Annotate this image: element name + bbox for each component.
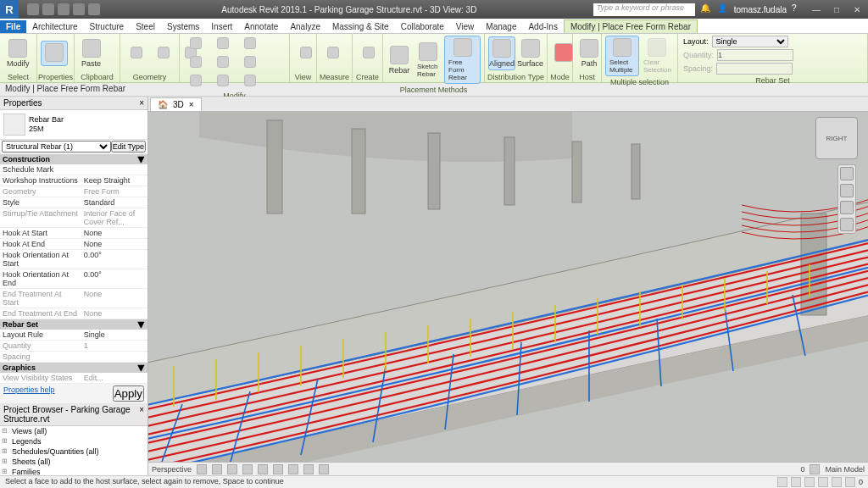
align-button[interactable]: [183, 36, 209, 53]
tab-annotate[interactable]: Annotate: [238, 20, 284, 33]
close-icon[interactable]: ×: [139, 405, 144, 424]
prop-row[interactable]: End Treatment At StartNone: [0, 289, 147, 308]
shadows-icon[interactable]: [242, 464, 253, 474]
prop-group[interactable]: Graphics⯆: [0, 363, 147, 373]
rotate-button[interactable]: [183, 54, 209, 71]
visual-style-icon[interactable]: [212, 464, 222, 474]
qat-save-icon[interactable]: [42, 3, 54, 15]
qat-undo-icon[interactable]: [58, 3, 70, 15]
clear-selection-button[interactable]: Clear Selection: [641, 36, 674, 75]
crop-icon[interactable]: [258, 464, 268, 474]
tab-insert[interactable]: Insert: [205, 20, 238, 33]
worksets-icon[interactable]: [810, 464, 820, 474]
prop-row[interactable]: View Visibility StatesEdit...: [0, 373, 147, 384]
create-button[interactable]: [356, 45, 381, 62]
crop-region-icon[interactable]: [273, 464, 283, 474]
prop-row[interactable]: Layout RuleSingle: [0, 330, 147, 341]
instance-filter-select[interactable]: Structural Rebar (1): [2, 141, 111, 152]
browser-node[interactable]: Views (all): [0, 426, 147, 436]
main-model-label[interactable]: Main Model: [825, 465, 865, 474]
path-button[interactable]: Path: [576, 37, 602, 69]
prop-group[interactable]: Construction⯆: [0, 154, 147, 164]
browser-node[interactable]: Families: [0, 467, 147, 475]
tab-architecture[interactable]: Architecture: [26, 20, 83, 33]
steering-wheel-icon[interactable]: [840, 167, 854, 180]
temp-hide-icon[interactable]: [303, 464, 314, 474]
properties-help-link[interactable]: Properties help: [3, 385, 55, 402]
sun-path-icon[interactable]: [227, 464, 237, 474]
view-scale-label[interactable]: Perspective: [152, 465, 192, 474]
prop-row[interactable]: Stirrup/Tie AttachmentInterior Face of C…: [0, 208, 147, 228]
zoom-icon[interactable]: [840, 201, 854, 214]
array-button[interactable]: [210, 73, 236, 90]
qat-redo-icon[interactable]: [73, 3, 85, 15]
browser-node[interactable]: Schedules/Quantities (all): [0, 446, 147, 457]
tab-analyze[interactable]: Analyze: [284, 20, 326, 33]
help-icon[interactable]: ?: [792, 3, 804, 15]
viewport-3d[interactable]: [148, 112, 868, 462]
cut-button[interactable]: [151, 45, 176, 62]
select-face-icon[interactable]: [818, 477, 828, 487]
prop-row[interactable]: Hook Orientation At End0.00°: [0, 269, 147, 289]
tab-file[interactable]: File: [0, 20, 26, 33]
project-browser[interactable]: Views (all)LegendsSchedules/Quantities (…: [0, 426, 147, 475]
qat-print-icon[interactable]: [88, 3, 100, 15]
move-button[interactable]: [210, 36, 236, 53]
app-logo[interactable]: R: [0, 0, 19, 19]
tab-addins[interactable]: Add-Ins: [522, 20, 563, 33]
select-links-icon[interactable]: [777, 477, 787, 487]
close-icon[interactable]: ×: [189, 100, 194, 109]
detail-level-icon[interactable]: [197, 464, 207, 474]
quantity-input[interactable]: [717, 49, 793, 61]
offset-button[interactable]: [183, 73, 209, 90]
spacing-input[interactable]: [716, 63, 793, 75]
aligned-button[interactable]: Aligned: [488, 36, 515, 70]
type-selector[interactable]: Rebar Bar25M: [0, 110, 147, 140]
select-multiple-button[interactable]: Select Multiple: [605, 36, 639, 76]
reveal-hidden-icon[interactable]: [319, 464, 329, 474]
sketch-rebar-button[interactable]: Sketch Rebar: [414, 41, 442, 80]
modify-button[interactable]: Modify: [3, 37, 33, 69]
browser-node[interactable]: Legends: [0, 436, 147, 446]
browser-node[interactable]: Sheets (all): [0, 457, 147, 467]
properties-button[interactable]: [41, 41, 68, 66]
prop-row[interactable]: Spacing: [0, 352, 147, 363]
drag-elements-icon[interactable]: [832, 477, 842, 487]
prop-row[interactable]: Workshop InstructionsKeep Straight: [0, 175, 147, 186]
edit-type-button[interactable]: Edit Type: [111, 141, 146, 152]
tab-view[interactable]: View: [450, 20, 481, 33]
orbit-icon[interactable]: [840, 218, 854, 231]
rebar-button[interactable]: Rebar: [387, 44, 412, 76]
tab-massing[interactable]: Massing & Site: [326, 20, 395, 33]
trim-button[interactable]: [237, 54, 263, 71]
layout-select[interactable]: Single: [712, 36, 788, 47]
view-button[interactable]: [293, 45, 319, 62]
close-icon[interactable]: ×: [139, 98, 144, 108]
pan-icon[interactable]: [840, 184, 854, 197]
free-form-rebar-button[interactable]: Free Form Rebar: [444, 36, 481, 84]
minimize-button[interactable]: —: [809, 5, 824, 14]
tab-manage[interactable]: Manage: [480, 20, 522, 33]
paste-button[interactable]: Paste: [78, 37, 104, 69]
search-input[interactable]: Type a keyword or phrase: [593, 3, 695, 16]
prop-row[interactable]: GeometryFree Form: [0, 186, 147, 197]
filter-icon[interactable]: [845, 477, 855, 487]
tab-modify-context[interactable]: Modify | Place Free Form Rebar: [564, 19, 698, 33]
apply-button[interactable]: Apply: [113, 385, 144, 402]
infocenter-icon[interactable]: 🔔: [700, 3, 712, 15]
maximize-button[interactable]: □: [829, 5, 844, 14]
copy-button[interactable]: [237, 36, 263, 53]
qat-open-icon[interactable]: [27, 3, 39, 15]
surface-button[interactable]: Surface: [517, 37, 543, 69]
measure-button[interactable]: [320, 45, 346, 62]
prop-row[interactable]: Quantity1: [0, 341, 147, 352]
view-tab-3d[interactable]: 🏠 3D ×: [150, 97, 202, 111]
cope-button[interactable]: [124, 45, 149, 62]
select-pinned-icon[interactable]: [804, 477, 815, 487]
tab-collaborate[interactable]: Collaborate: [395, 20, 450, 33]
lock-3d-icon[interactable]: [288, 464, 298, 474]
prop-row[interactable]: End Treatment At EndNone: [0, 308, 147, 319]
user-name[interactable]: tomasz.fudala: [734, 5, 787, 14]
prop-row[interactable]: Hook At EndNone: [0, 239, 147, 250]
close-button[interactable]: ✕: [849, 5, 865, 14]
